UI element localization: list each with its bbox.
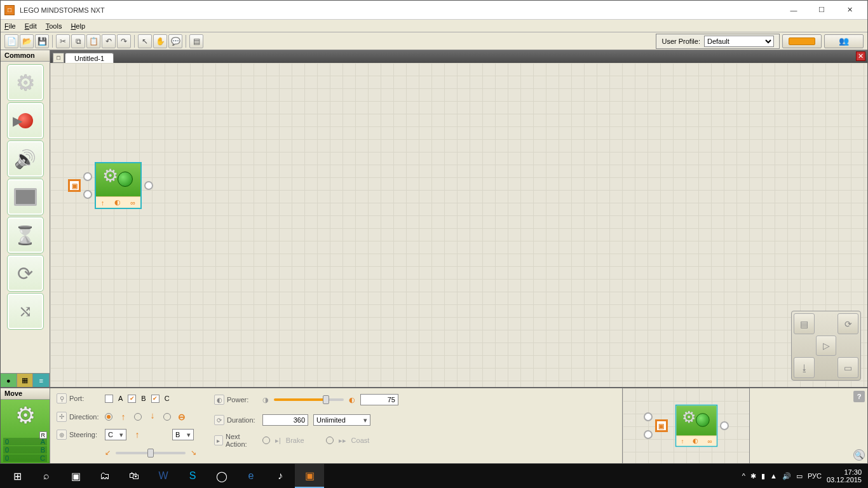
- new-button[interactable]: 📄: [4, 34, 18, 48]
- zoom-button[interactable]: 🔍: [853, 449, 865, 461]
- ctrl-download-icon[interactable]: ⭳: [794, 357, 815, 378]
- community-button[interactable]: [824, 34, 864, 48]
- steer-right-icon: ↘: [191, 449, 196, 457]
- close-button[interactable]: ✕: [836, 1, 864, 19]
- palette-sound-block[interactable]: [7, 140, 44, 177]
- app-title: LEGO MINDSTORMS NXT: [20, 6, 105, 14]
- beam-connector[interactable]: [83, 172, 92, 181]
- direction-forward-radio[interactable]: [105, 413, 112, 421]
- steering-slider[interactable]: [116, 452, 186, 454]
- port-icon: ⚲: [57, 393, 67, 403]
- ctrl-download-run-icon[interactable]: ⟳: [837, 313, 858, 334]
- power-input[interactable]: [360, 394, 398, 405]
- palette-tab-custom[interactable]: ≡: [33, 374, 50, 387]
- programming-canvas[interactable]: ▣ C B ↑ ◐ ∞: [50, 63, 867, 387]
- palette-move-block[interactable]: ⚙: [7, 64, 44, 101]
- tray-app-icon[interactable]: ✱: [750, 472, 756, 480]
- palette: Common ⚙ ● ▦ ≡: [1, 50, 50, 387]
- palette-loop-block[interactable]: [7, 255, 44, 292]
- copy-button[interactable]: ⧉: [71, 34, 85, 48]
- menu-file[interactable]: File: [4, 22, 16, 30]
- palette-switch-block[interactable]: [7, 293, 44, 330]
- minimize-button[interactable]: —: [780, 1, 808, 19]
- pointer-tool[interactable]: ↖: [138, 34, 152, 48]
- direction-stop-radio[interactable]: [163, 413, 171, 421]
- comment-tool[interactable]: 💬: [168, 34, 182, 48]
- port-c-checkbox[interactable]: [151, 395, 159, 403]
- document-tab[interactable]: Untitled-1: [65, 53, 114, 63]
- edge-icon[interactable]: e: [236, 464, 266, 488]
- duration-input[interactable]: [262, 414, 308, 426]
- port-b-checkbox[interactable]: [128, 395, 136, 403]
- skype-icon[interactable]: S: [178, 464, 207, 488]
- save-button[interactable]: 💾: [35, 34, 49, 48]
- ctrl-nxt-window-icon[interactable]: ▤: [794, 313, 815, 334]
- search-icon[interactable]: ⌕: [32, 464, 61, 488]
- tray-battery-icon[interactable]: ▮: [761, 472, 765, 480]
- mindstorms-taskbar-icon[interactable]: ▣: [295, 464, 324, 488]
- file-explorer-icon[interactable]: 🗂: [90, 464, 119, 488]
- power-slider[interactable]: [274, 398, 344, 401]
- start-button[interactable]: ⊞: [3, 464, 32, 488]
- palette-display-block[interactable]: [7, 179, 44, 215]
- direction-backward-radio[interactable]: [134, 413, 142, 421]
- toolbar: 📄 📂 💾 ✂ ⧉ 📋 ↶ ↷ ↖ ✋ 💬 ▤ User Profile: De…: [1, 32, 867, 50]
- chrome-icon[interactable]: ◯: [207, 464, 236, 488]
- sequence-beam: ▣ C B ↑ ◐ ∞: [68, 162, 153, 209]
- palette-tabs: ● ▦ ≡: [1, 373, 50, 387]
- itunes-icon[interactable]: ♪: [266, 464, 295, 488]
- tray-chevron-icon[interactable]: ^: [742, 472, 745, 480]
- tray-volume-icon[interactable]: 🔊: [782, 472, 791, 480]
- menu-bar: File Edit Tools Help: [1, 20, 867, 32]
- tray-wifi-icon[interactable]: ▲: [770, 472, 777, 480]
- app-window: LEGO MINDSTORMS NXT — ☐ ✕ File Edit Tool…: [0, 0, 868, 464]
- task-view-icon[interactable]: ▣: [61, 464, 90, 488]
- open-button[interactable]: 📂: [20, 34, 34, 48]
- steering-right-select[interactable]: B: [172, 429, 194, 440]
- palette-wait-block[interactable]: [7, 217, 44, 254]
- windows-taskbar: ⊞ ⌕ ▣ 🗂 🛍 W S ◯ e ♪ ▣ ^ ✱ ▮ ▲ 🔊 ▭ РУС 17…: [0, 464, 868, 488]
- paste-button[interactable]: 📋: [86, 34, 100, 48]
- start-icon[interactable]: ▣: [68, 179, 81, 192]
- cut-button[interactable]: ✂: [56, 34, 70, 48]
- main-area: Common ⚙ ● ▦ ≡ □ Untitled-1 ✕: [1, 50, 867, 387]
- nxt-controller: ▤ ⟳ ▷ ⭳ ▭: [791, 311, 861, 381]
- tray-notifications-icon[interactable]: ▭: [796, 472, 803, 480]
- maximize-button[interactable]: ☐: [808, 1, 836, 19]
- preview-move-block: C B ↑◐∞: [675, 405, 717, 447]
- port-a-checkbox[interactable]: [105, 395, 113, 403]
- direction-label: Direction:: [69, 413, 98, 421]
- redo-button[interactable]: ↷: [117, 34, 131, 48]
- palette-tab-complete[interactable]: ▦: [17, 374, 34, 387]
- menu-help[interactable]: Help: [71, 22, 85, 30]
- palette-record-block[interactable]: [7, 102, 44, 139]
- menu-edit[interactable]: Edit: [25, 22, 37, 30]
- undo-button[interactable]: ↶: [102, 34, 116, 48]
- pan-tool[interactable]: ✋: [153, 34, 167, 48]
- ctrl-run-button[interactable]: ▷: [816, 336, 836, 356]
- user-profile-select[interactable]: Default: [704, 36, 774, 47]
- new-tab-button[interactable]: □: [53, 53, 64, 63]
- steering-left-select[interactable]: C: [105, 429, 126, 440]
- power-low-icon: ◑: [262, 396, 269, 404]
- tray-language[interactable]: РУС: [808, 472, 822, 480]
- beam-connector-out[interactable]: [144, 181, 153, 190]
- tray-clock[interactable]: 17:30 03.12.2015: [827, 468, 862, 484]
- word-icon[interactable]: W: [149, 464, 178, 488]
- brake-radio: [262, 437, 270, 444]
- help-button[interactable]: ?: [853, 391, 865, 402]
- nxt-window-button[interactable]: ▤: [189, 34, 203, 48]
- move-block[interactable]: C B ↑ ◐ ∞: [95, 162, 142, 209]
- brick-button[interactable]: [782, 34, 822, 48]
- menu-tools[interactable]: Tools: [46, 22, 62, 30]
- system-tray: ^ ✱ ▮ ▲ 🔊 ▭ РУС 17:30 03.12.2015: [742, 468, 865, 484]
- beam-connector[interactable]: [83, 190, 92, 199]
- next-action-icon: ▸: [214, 435, 223, 445]
- store-icon[interactable]: 🛍: [119, 464, 149, 488]
- palette-tab-common[interactable]: ●: [1, 374, 17, 387]
- ctrl-stop-icon[interactable]: ▭: [837, 357, 858, 378]
- close-tab-button[interactable]: ✕: [856, 51, 865, 61]
- duration-unit-select[interactable]: Unlimited: [313, 414, 370, 426]
- config-panel: Move ⚙ R 0A 0B 0C ⚲Port: A B C: [1, 387, 867, 463]
- power-icon: ◐: [214, 395, 224, 405]
